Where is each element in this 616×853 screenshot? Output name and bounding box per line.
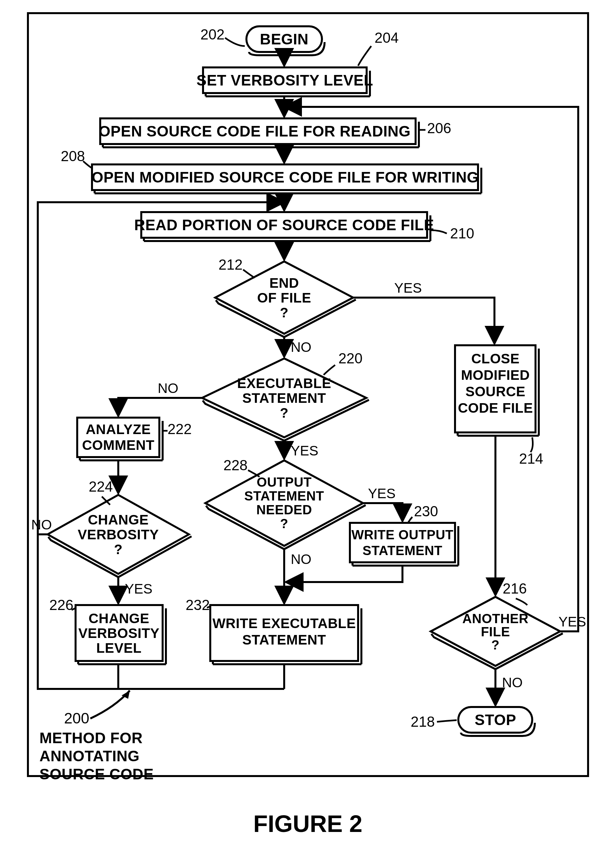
ref-228: 228 [223,457,247,473]
svg-text:?: ? [280,305,288,320]
ref-206: 206 [427,120,451,136]
ref-210: 210 [450,225,474,241]
svg-text:CODE FILE: CODE FILE [458,400,533,416]
svg-text:200: 200 [64,710,89,727]
svg-text:OPEN SOURCE CODE FILE FOR READ: OPEN SOURCE CODE FILE FOR READING [98,123,410,140]
svg-text:ANOTHER: ANOTHER [462,611,528,626]
svg-text:CHANGE: CHANGE [88,512,148,527]
edge-eof-yes: YES [394,280,422,296]
ref-230: 230 [414,503,438,519]
caption: 200 METHOD FOR ANNOTATING SOURCE CODE [39,691,154,783]
change-verbosity-level-node: CHANGE VERBOSITY LEVEL [76,605,166,664]
ref-224: 224 [89,478,113,495]
svg-text:FILE: FILE [481,624,510,639]
edge-chgv-yes: YES [125,581,153,596]
svg-text:?: ? [280,516,288,531]
edge-another-yes: YES [558,614,586,629]
ref-212: 212 [218,257,242,273]
stop-node: STOP [458,707,535,736]
svg-text:WRITE OUTPUT: WRITE OUTPUT [351,527,453,542]
ref-232: 232 [186,597,210,613]
edge-exec-yes: YES [291,443,318,458]
eof-decision: END OF FILE ? [215,261,356,337]
svg-text:STATEMENT: STATEMENT [244,489,324,503]
svg-text:ANALYZE: ANALYZE [86,422,151,437]
svg-text:READ PORTION OF SOURCE CODE FI: READ PORTION OF SOURCE CODE FILE [134,216,434,234]
output-needed-decision: OUTPUT STATEMENT NEEDED ? [205,460,366,549]
edge-out-no: NO [291,551,312,567]
ref-208: 208 [61,148,85,164]
svg-text:?: ? [492,637,500,652]
open-read-node: OPEN SOURCE CODE FILE FOR READING [98,118,419,147]
svg-text:WRITE EXECUTABLE: WRITE EXECUTABLE [213,616,356,631]
svg-text:VERBOSITY: VERBOSITY [78,625,159,641]
analyze-comment-node: ANALYZE COMMENT [77,417,163,460]
read-portion-node: READ PORTION OF SOURCE CODE FILE [134,212,434,241]
close-file-node: CLOSE MODIFIED SOURCE CODE FILE [455,345,539,436]
edge-chgv-no: NO [31,517,52,533]
svg-text:VERBOSITY: VERBOSITY [77,527,159,542]
ref-214: 214 [519,451,543,467]
ref-202: 202 [200,26,224,42]
svg-text:STATEMENT: STATEMENT [242,390,326,406]
edge-another-no: NO [502,675,523,690]
svg-text:?: ? [114,542,123,557]
svg-text:SET VERBOSITY LEVEL: SET VERBOSITY LEVEL [197,72,373,89]
svg-text:STATEMENT: STATEMENT [242,632,326,648]
svg-text:ANNOTATING: ANNOTATING [39,747,140,765]
svg-text:OPEN MODIFIED SOURCE CODE FILE: OPEN MODIFIED SOURCE CODE FILE FOR WRITI… [92,169,479,186]
svg-text:END: END [269,275,299,291]
another-file-decision: ANOTHER FILE ? [431,597,563,669]
svg-text:LEVEL: LEVEL [96,640,142,656]
svg-text:STATEMENT: STATEMENT [363,543,442,558]
edge-exec-no: NO [158,381,179,396]
svg-text:NEEDED: NEEDED [256,502,312,517]
change-verbosity-decision: CHANGE VERBOSITY ? [48,495,192,577]
svg-text:SOURCE: SOURCE [466,384,526,399]
write-output-node: WRITE OUTPUT STATEMENT [350,523,458,566]
svg-text:STOP: STOP [475,711,516,729]
open-write-node: OPEN MODIFIED SOURCE CODE FILE FOR WRITI… [92,164,481,193]
ref-222: 222 [168,421,192,437]
ref-204: 204 [375,30,398,46]
set-verbosity-node: SET VERBOSITY LEVEL [197,67,373,96]
write-exec-node: WRITE EXECUTABLE STATEMENT [210,605,362,664]
begin-node: BEGIN [247,26,325,55]
svg-text:EXECUTABLE: EXECUTABLE [237,375,331,391]
svg-text:OUTPUT: OUTPUT [257,475,312,489]
ref-218: 218 [411,713,434,730]
svg-text:MODIFIED: MODIFIED [461,367,530,383]
svg-text:OF FILE: OF FILE [257,290,312,305]
svg-text:SOURCE CODE: SOURCE CODE [39,765,154,783]
exec-stmt-decision: EXECUTABLE STATEMENT ? [202,358,369,441]
ref-216: 216 [502,580,527,596]
edge-eof-no: NO [291,339,312,355]
svg-text:COMMENT: COMMENT [82,437,154,453]
svg-text:METHOD FOR: METHOD FOR [39,729,142,747]
flowchart-svg: BEGIN 202 SET VERBOSITY LEVEL 204 OPEN S… [0,0,616,853]
figure-title: FIGURE 2 [253,811,362,837]
svg-text:BEGIN: BEGIN [260,30,309,48]
ref-226: 226 [49,597,73,613]
svg-text:CHANGE: CHANGE [88,611,149,626]
svg-text:?: ? [280,405,288,420]
edge-out-yes: YES [368,486,395,501]
ref-220: 220 [338,350,362,366]
svg-text:CLOSE: CLOSE [471,351,519,366]
